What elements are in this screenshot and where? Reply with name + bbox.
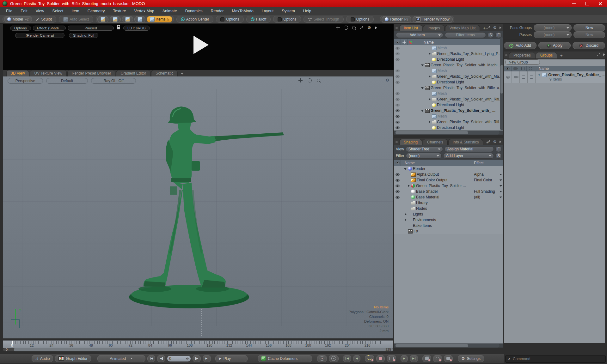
shader-row[interactable]: Render — [394, 166, 503, 172]
falloff-options-button[interactable]: Options — [275, 16, 299, 22]
panel-arrow-icon[interactable] — [375, 27, 377, 29]
magnifier-icon[interactable] — [317, 79, 320, 82]
expand-icon[interactable] — [487, 26, 490, 29]
expand-icon[interactable] — [487, 140, 490, 143]
effect-dropdown-icon[interactable] — [500, 179, 502, 181]
animation-curve-button[interactable] — [365, 355, 374, 362]
shader-row[interactable]: Library — [394, 200, 503, 206]
effect-dropdown-icon[interactable] — [500, 191, 502, 192]
shader-row[interactable]: Nodes — [394, 206, 503, 211]
shading-tab[interactable]: Channels — [423, 139, 448, 145]
shading-tab[interactable]: Info & Statistics — [448, 139, 483, 145]
effect-dropdown-icon[interactable] — [500, 197, 502, 198]
command-bar[interactable]: > Command — [505, 355, 606, 363]
visibility-toggle[interactable] — [395, 109, 400, 112]
go-to-start-button[interactable]: ◀ — [147, 355, 156, 362]
expand-arrow-icon[interactable] — [428, 75, 431, 78]
scrub-down-button[interactable] — [329, 355, 339, 362]
item-row[interactable]: Green_Plastic_Toy_Soldier_with_ ... — [394, 108, 503, 113]
item-row[interactable]: Green_Plastic_Toy_Soldier_with_Mach... — [394, 74, 503, 79]
add-tab-button[interactable]: + — [558, 53, 565, 58]
filter-items-input[interactable]: Filter Items — [445, 32, 486, 38]
current-frame-marker[interactable] — [12, 341, 13, 344]
action-center-button[interactable]: Action Center — [178, 16, 212, 22]
visibility-toggle[interactable] — [395, 98, 400, 101]
filter-f-button[interactable]: F — [495, 32, 502, 38]
item-row[interactable]: Mesh — [394, 68, 503, 74]
panel-menu-icon[interactable] — [395, 141, 398, 143]
shader-row[interactable]: FX — [394, 228, 503, 234]
graph-editor-button[interactable]: Graph Editor — [55, 355, 91, 362]
record-button[interactable] — [376, 355, 385, 362]
visibility-toggle[interactable] — [395, 196, 400, 199]
audio-button[interactable]: ♫ Audio — [32, 355, 53, 362]
panel-menu-icon[interactable] — [395, 27, 398, 29]
preview-lut-button[interactable]: LUT: sRGB — [123, 26, 150, 31]
item-list-tab[interactable]: Item List — [399, 25, 422, 31]
select-through-button[interactable]: Select Through — [305, 16, 342, 22]
menu-item[interactable]: Help — [299, 9, 316, 13]
menu-item[interactable]: Animate — [158, 9, 181, 13]
item-row[interactable]: Directional Light — [394, 102, 503, 108]
panel-arrow-icon[interactable] — [500, 141, 501, 143]
menu-item[interactable]: View — [32, 9, 48, 13]
passes-dropdown[interactable]: (none) — [534, 31, 572, 38]
scope-s-button[interactable]: S — [495, 153, 502, 159]
falloff-button[interactable]: Falloff — [248, 16, 269, 22]
options-checkbox-icon[interactable] — [278, 17, 282, 21]
checkbox-icon[interactable] — [530, 76, 533, 79]
preview-options-button[interactable]: Options — [10, 26, 31, 31]
step-forward-button[interactable]: ▶ — [193, 355, 201, 362]
expand-arrow-icon[interactable] — [428, 52, 431, 55]
viewport-preset-button[interactable]: Default — [46, 78, 88, 84]
effect-dropdown-icon[interactable] — [500, 185, 502, 187]
expand-arrow-icon[interactable] — [421, 109, 424, 112]
current-frame-field[interactable]: 0 — [167, 356, 191, 361]
item-row[interactable]: Directional Light — [394, 57, 503, 62]
shader-row[interactable]: Base Material (all) — [394, 194, 503, 200]
visibility-toggle[interactable] — [395, 126, 400, 129]
action-stack-button[interactable] — [422, 355, 431, 362]
expand-arrow-icon[interactable] — [428, 121, 431, 124]
checkbox-icon[interactable] — [522, 76, 525, 79]
magnifier-icon[interactable] — [352, 26, 356, 29]
menu-item[interactable]: Texture — [109, 9, 130, 13]
shading-mode-button[interactable]: Shading: Full — [69, 33, 98, 38]
raygl-button[interactable]: Ray GL: Off — [91, 78, 136, 84]
frame-spinner[interactable] — [186, 357, 189, 360]
gear-icon[interactable]: ⚙ — [493, 140, 497, 144]
expand-plus-icon[interactable]: + — [538, 73, 540, 77]
menu-item[interactable]: Render — [207, 9, 228, 13]
visibility-toggle[interactable] — [395, 190, 400, 193]
item-row[interactable]: Green_Plastic_Toy_Soldier_with_Rifle ... — [394, 119, 503, 125]
item-list-tab[interactable]: Vertex Map List — [445, 25, 480, 31]
timeline-range-bar[interactable]: 0 225 — [3, 348, 393, 351]
viewport-3d[interactable]: Perspective Default Ray GL: Off ⚙ No Ite… — [3, 76, 393, 338]
prev-key-button[interactable]: ◀ — [353, 355, 360, 362]
expand-arrow-icon[interactable] — [404, 213, 407, 216]
shading-tab[interactable]: Shading — [399, 139, 422, 145]
vertices-mode-button[interactable] — [97, 16, 108, 22]
minimize-button[interactable] — [567, 0, 580, 7]
gear-icon[interactable]: ⚙ — [367, 26, 371, 30]
select-through-options-button[interactable]: Options — [348, 16, 372, 22]
polygons-mode-button[interactable] — [122, 16, 133, 22]
viewport-gear-icon[interactable]: ⚙ — [385, 78, 389, 82]
range-bar-thumb[interactable] — [14, 348, 393, 351]
menu-item[interactable]: Vertex Map — [130, 9, 158, 13]
add-tab-button[interactable]: + — [178, 71, 186, 76]
expand-icon[interactable] — [360, 26, 363, 29]
visibility-toggle[interactable] — [395, 104, 400, 106]
materials-mode-button[interactable] — [134, 16, 145, 22]
groups-tab[interactable]: Groups — [536, 52, 557, 58]
menu-item[interactable]: Dynamics — [181, 9, 207, 13]
item-list-hscrollbar[interactable] — [395, 131, 500, 135]
model-mode-button[interactable]: Model F2 — [4, 16, 32, 22]
gear-icon[interactable]: ⚙ — [493, 26, 497, 30]
scope-s-button[interactable]: S — [487, 32, 494, 38]
scrub-up-button[interactable] — [317, 355, 327, 362]
go-to-end-button[interactable]: ▶ — [203, 355, 211, 362]
shader-row[interactable]: Bake Items — [394, 223, 503, 228]
viewport-tab[interactable]: Schematic — [151, 70, 178, 76]
menu-item[interactable]: System — [278, 9, 299, 13]
